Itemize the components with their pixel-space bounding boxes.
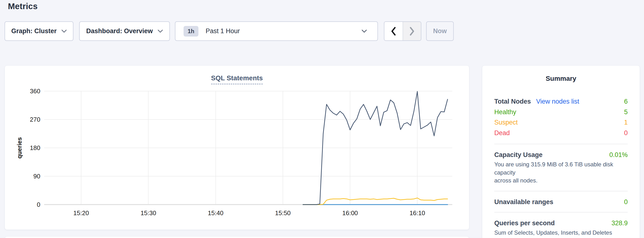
- x-tick-label: 15:20: [74, 209, 89, 217]
- node-status-row: Total NodesView nodes list6: [494, 96, 628, 107]
- chevron-down-icon: [158, 30, 163, 33]
- summary-title: Summary: [494, 75, 628, 83]
- node-status-value: 1: [624, 117, 628, 128]
- x-tick-label: 16:00: [342, 209, 358, 217]
- dashboard-dropdown[interactable]: Dashboard: Overview: [79, 21, 170, 41]
- graph-dropdown-label: Graph: Cluster: [11, 27, 57, 35]
- node-status-value: 6: [624, 96, 628, 107]
- node-status-row: Suspect1: [494, 117, 628, 128]
- node-status-label: Total Nodes: [494, 96, 531, 107]
- graph-dropdown[interactable]: Graph: Cluster: [4, 21, 74, 41]
- chevron-down-icon: [362, 30, 367, 33]
- summary-metric-description: You are using 315.9 MiB of 3.6 TiB usabl…: [494, 160, 628, 185]
- summary-sections: Capacity Usage0.01%You are using 315.9 M…: [494, 144, 628, 238]
- chevron-down-icon: [62, 30, 67, 33]
- node-status-label: Suspect: [494, 117, 518, 128]
- page-title: Metrics: [8, 2, 38, 11]
- summary-metric-label: Queries per second: [494, 219, 555, 227]
- node-status-value: 5: [624, 107, 628, 117]
- y-tick-label: 270: [30, 116, 40, 123]
- time-range-badge: 1h: [184, 26, 198, 37]
- chevron-right-icon: [409, 27, 415, 36]
- x-tick-label: 16:10: [410, 209, 425, 217]
- y-tick-label: 0: [37, 201, 40, 208]
- node-status-label: Healthy: [494, 107, 516, 117]
- prev-time-button[interactable]: [384, 22, 402, 40]
- summary-metric-row: Queries per second328.9: [494, 219, 628, 228]
- summary-metric-description: Sum of Selects, Updates, Inserts, and De…: [494, 229, 628, 238]
- y-tick-label: 360: [30, 87, 40, 95]
- node-status-row: Dead0: [494, 128, 628, 139]
- time-step-button-group: [384, 21, 421, 41]
- time-range-label: Past 1 Hour: [206, 27, 240, 35]
- node-status-rows: Total NodesView nodes list6Healthy5Suspe…: [494, 96, 628, 138]
- summary-metric-value: 0: [624, 198, 628, 206]
- summary-divider: [494, 144, 628, 144]
- metrics-page: Metrics Graph: Cluster Dashboard: Overvi…: [0, 0, 644, 238]
- next-chart-card: [4, 236, 469, 238]
- node-status-row: Healthy5: [494, 107, 628, 117]
- summary-panel: Summary Total NodesView nodes list6Healt…: [482, 65, 640, 238]
- chevron-left-icon: [390, 27, 396, 36]
- sql-statements-chart-card: SQL Statements 15:2015:3015:4015:5016:00…: [4, 65, 469, 230]
- node-status-label: Dead: [494, 128, 510, 139]
- dashboard-dropdown-label: Dashboard: Overview: [86, 27, 153, 35]
- view-nodes-list-link[interactable]: View nodes list: [536, 96, 580, 107]
- now-button[interactable]: Now: [426, 21, 454, 41]
- summary-metric-value: 328.9: [611, 219, 628, 227]
- summary-metric-row: Unavailable ranges0: [494, 198, 628, 206]
- sql-statements-chart: 15:2015:3015:4015:5016:0016:100901802703…: [5, 66, 470, 230]
- summary-metric-label: Capacity Usage: [494, 151, 542, 159]
- y-tick-label: 90: [33, 173, 40, 180]
- x-tick-label: 15:30: [140, 209, 156, 217]
- summary-metric-label: Unavailable ranges: [494, 198, 553, 206]
- x-tick-label: 15:40: [208, 209, 224, 217]
- summary-divider: [494, 191, 628, 191]
- x-tick-label: 15:50: [275, 209, 290, 217]
- summary-metric-row: Capacity Usage0.01%: [494, 151, 628, 159]
- next-time-button[interactable]: [402, 22, 421, 40]
- summary-metric-value: 0.01%: [609, 151, 628, 159]
- y-tick-label: 180: [30, 144, 40, 152]
- time-range-selector[interactable]: 1h Past 1 Hour: [175, 21, 378, 41]
- summary-divider: [494, 212, 628, 212]
- series-yellow-line: [303, 198, 448, 205]
- y-axis-label: queries: [16, 137, 23, 159]
- node-status-value: 0: [624, 128, 628, 139]
